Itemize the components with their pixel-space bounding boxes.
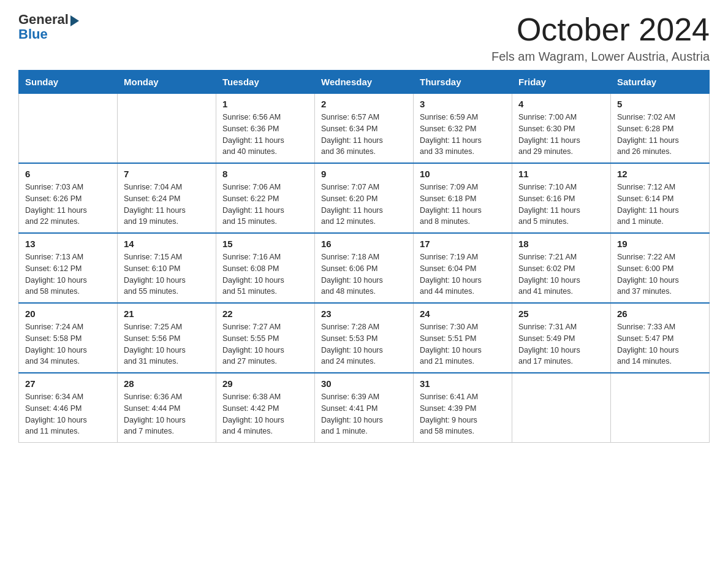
day-info: Sunrise: 7:03 AM Sunset: 6:26 PM Dayligh… xyxy=(25,182,111,228)
day-number: 11 xyxy=(518,169,604,179)
day-info: Sunrise: 6:41 AM Sunset: 4:39 PM Dayligh… xyxy=(420,391,506,437)
day-number: 30 xyxy=(321,378,407,389)
day-info: Sunrise: 7:30 AM Sunset: 5:51 PM Dayligh… xyxy=(420,321,506,367)
header-day-saturday: Saturday xyxy=(611,71,710,94)
day-cell xyxy=(611,373,710,443)
day-number: 1 xyxy=(222,99,308,109)
day-info: Sunrise: 7:12 AM Sunset: 6:14 PM Dayligh… xyxy=(617,182,703,228)
location: Fels am Wagram, Lower Austria, Austria xyxy=(491,50,710,64)
day-number: 12 xyxy=(617,169,703,179)
header-day-sunday: Sunday xyxy=(19,71,118,94)
day-cell: 5Sunrise: 7:02 AM Sunset: 6:28 PM Daylig… xyxy=(611,94,710,164)
header-day-friday: Friday xyxy=(512,71,611,94)
day-info: Sunrise: 7:33 AM Sunset: 5:47 PM Dayligh… xyxy=(617,321,703,367)
day-cell: 19Sunrise: 7:22 AM Sunset: 6:00 PM Dayli… xyxy=(611,233,710,303)
day-cell: 4Sunrise: 7:00 AM Sunset: 6:30 PM Daylig… xyxy=(512,94,611,164)
day-number: 7 xyxy=(124,169,210,179)
week-row-3: 13Sunrise: 7:13 AM Sunset: 6:12 PM Dayli… xyxy=(19,233,710,303)
day-number: 15 xyxy=(222,239,308,249)
day-cell: 15Sunrise: 7:16 AM Sunset: 6:08 PM Dayli… xyxy=(216,233,315,303)
day-number: 22 xyxy=(222,308,308,319)
day-info: Sunrise: 7:07 AM Sunset: 6:20 PM Dayligh… xyxy=(321,182,407,228)
day-number: 9 xyxy=(321,169,407,179)
day-cell: 3Sunrise: 6:59 AM Sunset: 6:32 PM Daylig… xyxy=(414,94,512,164)
day-number: 8 xyxy=(222,169,308,179)
week-row-1: 1Sunrise: 6:56 AM Sunset: 6:36 PM Daylig… xyxy=(19,94,710,164)
day-number: 24 xyxy=(420,308,506,319)
day-info: Sunrise: 7:28 AM Sunset: 5:53 PM Dayligh… xyxy=(321,321,407,367)
day-cell: 20Sunrise: 7:24 AM Sunset: 5:58 PM Dayli… xyxy=(19,303,118,373)
day-cell xyxy=(19,94,118,164)
day-cell: 23Sunrise: 7:28 AM Sunset: 5:53 PM Dayli… xyxy=(315,303,414,373)
day-number: 5 xyxy=(617,99,703,109)
week-row-2: 6Sunrise: 7:03 AM Sunset: 6:26 PM Daylig… xyxy=(19,163,710,233)
day-number: 29 xyxy=(222,378,308,389)
day-info: Sunrise: 6:39 AM Sunset: 4:41 PM Dayligh… xyxy=(321,391,407,437)
day-cell: 28Sunrise: 6:36 AM Sunset: 4:44 PM Dayli… xyxy=(118,373,216,443)
day-cell: 7Sunrise: 7:04 AM Sunset: 6:24 PM Daylig… xyxy=(118,163,216,233)
day-cell: 18Sunrise: 7:21 AM Sunset: 6:02 PM Dayli… xyxy=(512,233,611,303)
day-cell: 24Sunrise: 7:30 AM Sunset: 5:51 PM Dayli… xyxy=(414,303,512,373)
calendar-body: 1Sunrise: 6:56 AM Sunset: 6:36 PM Daylig… xyxy=(19,94,710,443)
day-cell: 21Sunrise: 7:25 AM Sunset: 5:56 PM Dayli… xyxy=(118,303,216,373)
calendar-table: SundayMondayTuesdayWednesdayThursdayFrid… xyxy=(18,70,710,443)
header-row: SundayMondayTuesdayWednesdayThursdayFrid… xyxy=(19,71,710,94)
day-cell: 30Sunrise: 6:39 AM Sunset: 4:41 PM Dayli… xyxy=(315,373,414,443)
day-info: Sunrise: 7:15 AM Sunset: 6:10 PM Dayligh… xyxy=(124,251,210,297)
day-info: Sunrise: 7:09 AM Sunset: 6:18 PM Dayligh… xyxy=(420,182,506,228)
day-cell: 12Sunrise: 7:12 AM Sunset: 6:14 PM Dayli… xyxy=(611,163,710,233)
month-title: October 2024 xyxy=(491,12,710,47)
day-cell: 11Sunrise: 7:10 AM Sunset: 6:16 PM Dayli… xyxy=(512,163,611,233)
day-info: Sunrise: 7:31 AM Sunset: 5:49 PM Dayligh… xyxy=(518,321,604,367)
day-cell: 13Sunrise: 7:13 AM Sunset: 6:12 PM Dayli… xyxy=(19,233,118,303)
header-day-tuesday: Tuesday xyxy=(216,71,315,94)
day-info: Sunrise: 7:04 AM Sunset: 6:24 PM Dayligh… xyxy=(124,182,210,228)
day-info: Sunrise: 6:59 AM Sunset: 6:32 PM Dayligh… xyxy=(420,112,506,158)
header-day-monday: Monday xyxy=(118,71,216,94)
day-number: 13 xyxy=(25,239,111,249)
day-info: Sunrise: 7:27 AM Sunset: 5:55 PM Dayligh… xyxy=(222,321,308,367)
day-info: Sunrise: 7:18 AM Sunset: 6:06 PM Dayligh… xyxy=(321,251,407,297)
day-number: 19 xyxy=(617,239,703,249)
day-info: Sunrise: 7:16 AM Sunset: 6:08 PM Dayligh… xyxy=(222,251,308,297)
week-row-5: 27Sunrise: 6:34 AM Sunset: 4:46 PM Dayli… xyxy=(19,373,710,443)
day-info: Sunrise: 6:34 AM Sunset: 4:46 PM Dayligh… xyxy=(25,391,111,437)
day-number: 28 xyxy=(124,378,210,389)
day-cell: 10Sunrise: 7:09 AM Sunset: 6:18 PM Dayli… xyxy=(414,163,512,233)
day-cell: 29Sunrise: 6:38 AM Sunset: 4:42 PM Dayli… xyxy=(216,373,315,443)
day-cell: 25Sunrise: 7:31 AM Sunset: 5:49 PM Dayli… xyxy=(512,303,611,373)
title-block: October 2024 Fels am Wagram, Lower Austr… xyxy=(491,12,710,64)
page-header: General Blue October 2024 Fels am Wagram… xyxy=(18,12,710,64)
day-number: 2 xyxy=(321,99,407,109)
day-info: Sunrise: 6:36 AM Sunset: 4:44 PM Dayligh… xyxy=(124,391,210,437)
day-info: Sunrise: 7:22 AM Sunset: 6:00 PM Dayligh… xyxy=(617,251,703,297)
logo-blue-text: Blue xyxy=(18,26,48,42)
day-number: 3 xyxy=(420,99,506,109)
logo: General Blue xyxy=(18,12,79,42)
day-cell: 8Sunrise: 7:06 AM Sunset: 6:22 PM Daylig… xyxy=(216,163,315,233)
day-info: Sunrise: 7:10 AM Sunset: 6:16 PM Dayligh… xyxy=(518,182,604,228)
day-number: 25 xyxy=(518,308,604,319)
day-number: 23 xyxy=(321,308,407,319)
day-info: Sunrise: 7:24 AM Sunset: 5:58 PM Dayligh… xyxy=(25,321,111,367)
day-cell: 6Sunrise: 7:03 AM Sunset: 6:26 PM Daylig… xyxy=(19,163,118,233)
day-cell: 14Sunrise: 7:15 AM Sunset: 6:10 PM Dayli… xyxy=(118,233,216,303)
day-number: 18 xyxy=(518,239,604,249)
logo-arrow-icon xyxy=(70,15,79,26)
header-day-thursday: Thursday xyxy=(414,71,512,94)
day-cell: 26Sunrise: 7:33 AM Sunset: 5:47 PM Dayli… xyxy=(611,303,710,373)
day-info: Sunrise: 7:21 AM Sunset: 6:02 PM Dayligh… xyxy=(518,251,604,297)
day-cell: 2Sunrise: 6:57 AM Sunset: 6:34 PM Daylig… xyxy=(315,94,414,164)
day-number: 20 xyxy=(25,308,111,319)
day-number: 14 xyxy=(124,239,210,249)
day-cell: 31Sunrise: 6:41 AM Sunset: 4:39 PM Dayli… xyxy=(414,373,512,443)
header-day-wednesday: Wednesday xyxy=(315,71,414,94)
day-cell xyxy=(512,373,611,443)
calendar-header: SundayMondayTuesdayWednesdayThursdayFrid… xyxy=(19,71,710,94)
day-number: 6 xyxy=(25,169,111,179)
day-info: Sunrise: 7:06 AM Sunset: 6:22 PM Dayligh… xyxy=(222,182,308,228)
day-number: 21 xyxy=(124,308,210,319)
day-info: Sunrise: 7:25 AM Sunset: 5:56 PM Dayligh… xyxy=(124,321,210,367)
day-number: 26 xyxy=(617,308,703,319)
day-info: Sunrise: 7:19 AM Sunset: 6:04 PM Dayligh… xyxy=(420,251,506,297)
